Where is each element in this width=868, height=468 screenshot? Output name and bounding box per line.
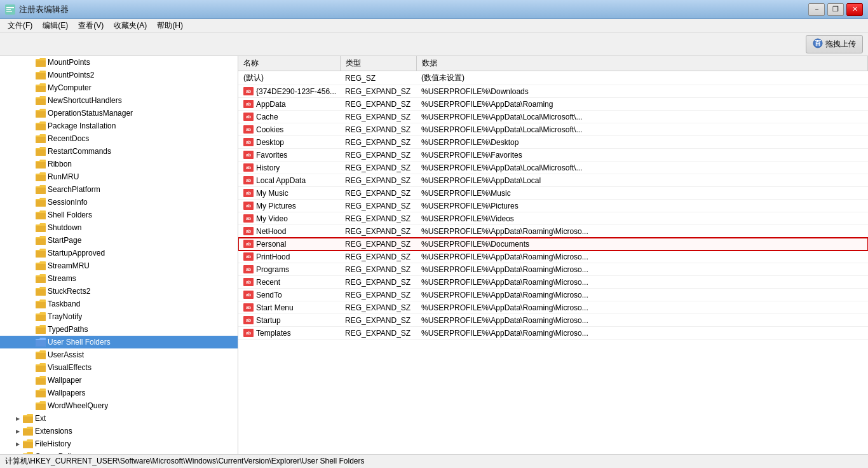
table-row[interactable]: abMy VideoREG_EXPAND_SZ%USERPROFILE%\Vid…: [238, 212, 868, 225]
menu-favorites[interactable]: 收藏夹(A): [109, 19, 152, 32]
tree-item[interactable]: Shell Folders: [0, 209, 238, 221]
table-row[interactable]: abPrintHoodREG_EXPAND_SZ%USERPROFILE%\Ap…: [238, 251, 868, 263]
tree-item[interactable]: Taskband: [0, 298, 238, 310]
ab-icon: ab: [243, 176, 254, 184]
table-row[interactable]: (默认)REG_SZ(数值未设置): [238, 71, 868, 85]
table-row[interactable]: abTemplatesREG_EXPAND_SZ%USERPROFILE%\Ap…: [238, 327, 868, 340]
tree-item[interactable]: OperationStatusManager: [0, 107, 238, 120]
tree-expander[interactable]: ▶: [13, 426, 23, 436]
folder-icon: [36, 376, 46, 385]
reg-name-cell: abPrintHood: [238, 251, 340, 263]
reg-type-cell: REG_EXPAND_SZ: [340, 327, 416, 340]
tree-item[interactable]: VisualEffects: [0, 361, 238, 374]
tree-item[interactable]: StartupApproved: [0, 247, 238, 259]
tree-item[interactable]: User Shell Folders: [0, 336, 238, 348]
table-row[interactable]: abHistoryREG_EXPAND_SZ%USERPROFILE%\AppD…: [238, 162, 868, 174]
reg-name: Startup: [256, 316, 281, 325]
tree-item-label: TypedPaths: [48, 325, 88, 334]
reg-name-cell: abCache: [238, 111, 340, 123]
reg-type-cell: REG_EXPAND_SZ: [340, 225, 416, 238]
tree-item[interactable]: ▶Extensions: [0, 425, 238, 437]
menu-edit[interactable]: 编辑(E): [37, 19, 73, 32]
tree-item-label: UserAssist: [48, 350, 84, 359]
tree-item[interactable]: SearchPlatform: [0, 183, 238, 196]
table-row[interactable]: abCookiesREG_EXPAND_SZ%USERPROFILE%\AppD…: [238, 123, 868, 136]
table-row[interactable]: abMy MusicREG_EXPAND_SZ%USERPROFILE%\Mus…: [238, 187, 868, 200]
tree-item[interactable]: RunMRU: [0, 170, 238, 183]
reg-type-cell: REG_EXPAND_SZ: [340, 212, 416, 225]
tree-expander[interactable]: ▶: [13, 451, 23, 454]
tree-item[interactable]: StreamMRU: [0, 259, 238, 272]
tree-item[interactable]: MyComputer: [0, 81, 238, 94]
tree-item[interactable]: Streams: [0, 272, 238, 285]
reg-name: Templates: [256, 329, 291, 338]
table-row[interactable]: abProgramsREG_EXPAND_SZ%USERPROFILE%\App…: [238, 263, 868, 276]
tree-item-label: StreamMRU: [48, 261, 90, 270]
tree-item[interactable]: Package Installation: [0, 120, 238, 132]
table-row[interactable]: abStartupREG_EXPAND_SZ%USERPROFILE%\AppD…: [238, 314, 868, 327]
table-row[interactable]: abNetHoodREG_EXPAND_SZ%USERPROFILE%\AppD…: [238, 225, 868, 238]
minimize-button[interactable]: －: [808, 3, 825, 16]
reg-name: My Video: [256, 214, 288, 223]
tree-item[interactable]: StuckRects2: [0, 285, 238, 298]
reg-type-cell: REG_EXPAND_SZ: [340, 111, 416, 123]
close-button[interactable]: ✕: [846, 3, 863, 16]
tree-item[interactable]: NewShortcutHandlers: [0, 94, 238, 107]
col-name[interactable]: 名称: [238, 56, 340, 71]
tree-item[interactable]: Wallpaper: [0, 374, 238, 387]
app-icon: [5, 4, 15, 15]
col-type[interactable]: 类型: [340, 56, 416, 71]
table-row[interactable]: abDesktopREG_EXPAND_SZ%USERPROFILE%\Desk…: [238, 136, 868, 149]
reg-type-cell: REG_EXPAND_SZ: [340, 174, 416, 187]
tree-item[interactable]: MountPoints2: [0, 69, 238, 81]
tree-item[interactable]: Wallpapers: [0, 387, 238, 399]
col-data[interactable]: 数据: [416, 56, 868, 71]
table-row[interactable]: abPersonalREG_EXPAND_SZ%USERPROFILE%\Doc…: [238, 238, 868, 251]
tree-expander[interactable]: ▶: [13, 439, 23, 449]
menu-file[interactable]: 文件(F): [3, 19, 37, 32]
reg-data-cell: %USERPROFILE%\Desktop: [416, 136, 868, 149]
tree-item[interactable]: StartPage: [0, 234, 238, 247]
table-row[interactable]: abSendToREG_EXPAND_SZ%USERPROFILE%\AppDa…: [238, 289, 868, 301]
upload-icon: 百: [813, 38, 823, 50]
upload-button[interactable]: 百 拖拽上传: [806, 35, 863, 53]
table-row[interactable]: abRecentREG_EXPAND_SZ%USERPROFILE%\AppDa…: [238, 276, 868, 289]
tree-item[interactable]: Ribbon: [0, 158, 238, 170]
reg-name-cell: abSendTo: [238, 289, 340, 301]
reg-name: AppData: [256, 100, 286, 109]
tree-expander[interactable]: ▶: [13, 413, 23, 423]
table-row[interactable]: abStart MenuREG_EXPAND_SZ%USERPROFILE%\A…: [238, 301, 868, 314]
restore-button[interactable]: ❐: [827, 3, 844, 16]
tree-panel[interactable]: MountPointsMountPoints2MyComputerNewShor…: [0, 56, 238, 454]
tree-item[interactable]: TypedPaths: [0, 323, 238, 336]
menu-help[interactable]: 帮助(H): [152, 19, 188, 32]
reg-data-cell: %USERPROFILE%\AppData\Local: [416, 174, 868, 187]
reg-data-cell: %USERPROFILE%\AppData\Roaming\Microso...: [416, 276, 868, 289]
tree-item-label: NewShortcutHandlers: [48, 96, 122, 105]
reg-type-cell: REG_EXPAND_SZ: [340, 289, 416, 301]
tree-item[interactable]: ▶FileHistory: [0, 437, 238, 450]
tree-item[interactable]: UserAssist: [0, 348, 238, 361]
tree-item-label: SessionInfo: [48, 198, 88, 207]
table-row[interactable]: abCacheREG_EXPAND_SZ%USERPROFILE%\AppDat…: [238, 111, 868, 123]
table-row[interactable]: ab{374DE290-123F-456...REG_EXPAND_SZ%USE…: [238, 85, 868, 98]
tree-item[interactable]: RecentDocs: [0, 132, 238, 145]
tree-item[interactable]: RestartCommands: [0, 145, 238, 158]
table-row[interactable]: abAppDataREG_EXPAND_SZ%USERPROFILE%\AppD…: [238, 98, 868, 111]
table-row[interactable]: abFavoritesREG_EXPAND_SZ%USERPROFILE%\Fa…: [238, 149, 868, 162]
tree-item[interactable]: ▶Ext: [0, 412, 238, 425]
tree-item[interactable]: SessionInfo: [0, 196, 238, 209]
tree-item[interactable]: WordWheelQuery: [0, 399, 238, 412]
reg-name-cell: abHistory: [238, 162, 340, 174]
folder-icon: [36, 121, 46, 130]
registry-panel[interactable]: 名称 类型 数据 (默认)REG_SZ(数值未设置)ab{374DE290-12…: [238, 56, 868, 454]
table-row[interactable]: abMy PicturesREG_EXPAND_SZ%USERPROFILE%\…: [238, 200, 868, 212]
reg-name-cell: abMy Music: [238, 187, 340, 200]
tree-item[interactable]: MountPoints: [0, 56, 238, 69]
tree-item[interactable]: Shutdown: [0, 221, 238, 234]
tree-item[interactable]: ▶Group Policy: [0, 450, 238, 454]
menu-view[interactable]: 查看(V): [73, 19, 109, 32]
reg-data-cell: (数值未设置): [416, 71, 868, 85]
table-row[interactable]: abLocal AppDataREG_EXPAND_SZ%USERPROFILE…: [238, 174, 868, 187]
tree-item[interactable]: TrayNotify: [0, 310, 238, 323]
